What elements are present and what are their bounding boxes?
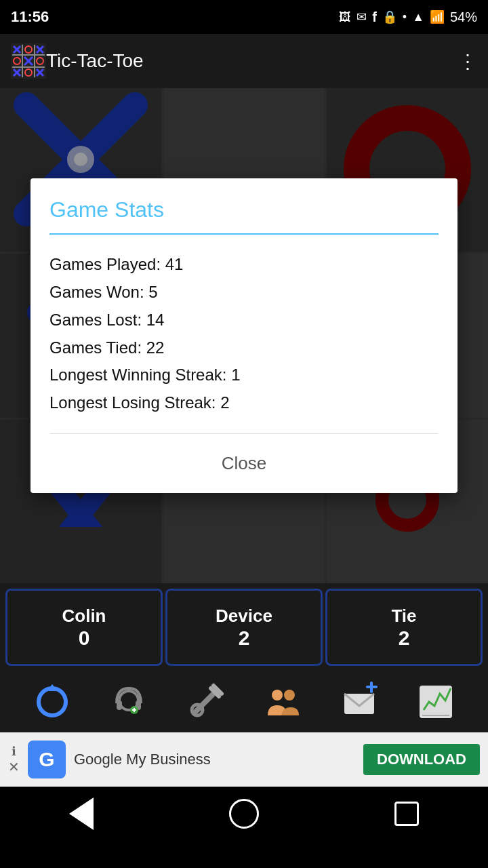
stat-games-won: Games Won: 5 (49, 279, 439, 307)
tie-score: 2 (399, 627, 410, 650)
nav-bar (0, 787, 488, 841)
battery-indicator: 54% (450, 9, 477, 25)
ad-download-button[interactable]: DOWNLOAD (363, 744, 480, 775)
taskbar (0, 671, 488, 732)
nav-recent-button[interactable] (380, 793, 434, 834)
score-box-player: Colin 0 (5, 589, 163, 666)
taskbar-icon-refresh[interactable] (29, 679, 75, 725)
stat-games-played: Games Played: 41 (49, 251, 439, 279)
status-time: 11:56 (11, 8, 49, 26)
info-icon: ℹ (12, 744, 16, 759)
stat-games-lost: Games Lost: 14 (49, 307, 439, 334)
taskbar-icon-mail[interactable] (336, 679, 382, 725)
score-box-tie: Tie 2 (325, 589, 483, 666)
taskbar-icon-users[interactable] (260, 679, 306, 725)
dialog-overlay: Game Stats Games Played: 41 Games Won: 5… (0, 88, 488, 583)
stat-winning-streak: Longest Winning Streak: 1 (49, 361, 439, 389)
app-title: Tic-Tac-Toe (46, 50, 458, 72)
taskbar-icon-chart[interactable] (413, 679, 459, 725)
photo-icon: 🖼 (339, 10, 351, 24)
recent-icon (394, 802, 419, 826)
app-bar: Tic-Tac-Toe ⋮ (0, 34, 488, 88)
player-score: 0 (79, 627, 90, 650)
stat-games-tied: Games Tied: 22 (49, 334, 439, 362)
svg-point-41 (272, 690, 283, 701)
player-name: Colin (62, 606, 106, 627)
device-name: Device (216, 606, 272, 627)
close-dialog-button[interactable]: Close (200, 445, 288, 482)
taskbar-icon-tools[interactable] (182, 679, 228, 725)
status-bar: 11:56 🖼 ✉ f 🔒 • ▲ 📶 54% (0, 0, 488, 34)
score-box-device: Device 2 (165, 589, 323, 666)
device-score: 2 (239, 627, 250, 650)
dialog-actions: Close (30, 434, 458, 493)
game-stats-dialog: Game Stats Games Played: 41 Games Won: 5… (30, 178, 458, 493)
taskbar-icon-headset[interactable] (106, 679, 152, 725)
score-area: Colin 0 Device 2 Tie 2 (0, 583, 488, 671)
ad-app-icon: G (28, 741, 66, 778)
ad-banner: ℹ ✕ G Google My Business DOWNLOAD (0, 732, 488, 787)
google-g-icon: G (39, 748, 54, 771)
svg-point-42 (284, 690, 295, 701)
dot-indicator: • (403, 10, 407, 24)
back-icon (69, 797, 94, 830)
ad-app-name: Google My Business (74, 751, 355, 768)
signal-icon: 📶 (430, 9, 445, 24)
nav-back-button[interactable] (54, 793, 108, 834)
ad-close-button[interactable]: ℹ ✕ (8, 744, 20, 775)
dialog-title: Game Stats (30, 178, 458, 233)
wifi-icon: ▲ (412, 10, 424, 24)
status-icons: 🖼 ✉ f 🔒 • ▲ 📶 54% (339, 9, 477, 25)
dialog-content: Games Played: 41 Games Won: 5 Games Lost… (30, 235, 458, 433)
tie-name: Tie (391, 606, 416, 627)
stat-losing-streak: Longest Losing Streak: 2 (49, 389, 439, 417)
nav-home-button[interactable] (217, 793, 271, 834)
svg-line-37 (195, 692, 216, 712)
home-icon (229, 799, 259, 829)
app-icon (11, 43, 46, 79)
lock-icon: 🔒 (382, 9, 397, 24)
facebook-icon: f (372, 9, 377, 25)
email-icon: ✉ (357, 9, 367, 24)
close-icon[interactable]: ✕ (8, 759, 20, 775)
menu-dots-button[interactable]: ⋮ (458, 50, 477, 73)
